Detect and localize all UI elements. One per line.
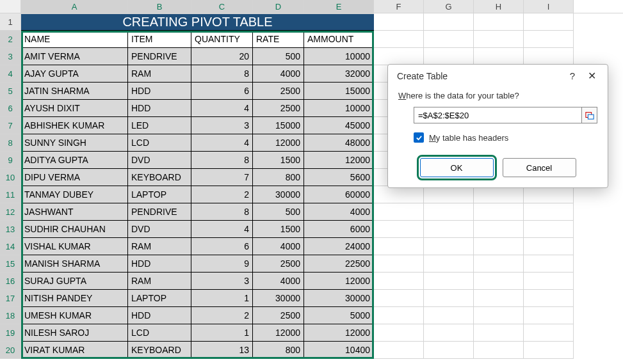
cell-qty[interactable]: 9 xyxy=(191,255,253,273)
cell-empty[interactable] xyxy=(474,255,524,273)
cell-empty[interactable] xyxy=(424,342,474,359)
cell-empty[interactable] xyxy=(374,31,424,48)
cell-qty[interactable]: 7 xyxy=(191,169,253,186)
row-header-14[interactable]: 14 xyxy=(0,238,21,255)
row-header-15[interactable]: 15 xyxy=(0,255,21,273)
header-name[interactable]: NAME xyxy=(21,31,128,48)
cell-item[interactable]: PENDRIVE xyxy=(128,48,191,65)
cell-amount[interactable]: 4000 xyxy=(304,203,374,221)
cell-rate[interactable]: 1500 xyxy=(253,152,304,169)
cell-empty[interactable] xyxy=(374,290,424,307)
cell-rate[interactable]: 2500 xyxy=(253,307,304,324)
cell-amount[interactable]: 12000 xyxy=(304,273,374,290)
cell-name[interactable]: AJAY GUPTA xyxy=(21,65,128,83)
cell-name[interactable]: VIRAT KUMAR xyxy=(21,342,128,359)
row-header-10[interactable]: 10 xyxy=(0,169,21,186)
cell-item[interactable]: KEYBOARD xyxy=(128,342,191,359)
cell-empty[interactable] xyxy=(524,307,574,324)
cell-empty[interactable] xyxy=(424,186,474,203)
cell-amount[interactable]: 12000 xyxy=(304,324,374,342)
cell-amount[interactable]: 15000 xyxy=(304,83,374,100)
cell-item[interactable]: HDD xyxy=(128,100,191,117)
cell-amount[interactable]: 5600 xyxy=(304,169,374,186)
cell-empty[interactable] xyxy=(474,290,524,307)
row-header-12[interactable]: 12 xyxy=(0,203,21,221)
cell-empty[interactable] xyxy=(474,48,524,65)
cell-rate[interactable]: 12000 xyxy=(253,324,304,342)
cell-rate[interactable]: 30000 xyxy=(253,186,304,203)
cell-qty[interactable]: 3 xyxy=(191,273,253,290)
cell-name[interactable]: NITISH PANDEY xyxy=(21,290,128,307)
col-header-i[interactable]: I xyxy=(524,0,574,13)
cell-item[interactable]: DVD xyxy=(128,152,191,169)
header-quantity[interactable]: QUANTITY xyxy=(191,31,253,48)
cell-item[interactable]: LCD xyxy=(128,324,191,342)
cell-empty[interactable] xyxy=(374,48,424,65)
cell-item[interactable]: RAM xyxy=(128,65,191,83)
cell-empty[interactable] xyxy=(424,324,474,342)
cell-empty[interactable] xyxy=(374,186,424,203)
cell-empty[interactable] xyxy=(374,273,424,290)
header-item[interactable]: ITEM xyxy=(128,31,191,48)
cell-empty[interactable] xyxy=(424,290,474,307)
cell-empty[interactable] xyxy=(474,307,524,324)
cell-empty[interactable] xyxy=(374,13,424,31)
row-header-20[interactable]: 20 xyxy=(0,342,21,359)
cell-empty[interactable] xyxy=(374,238,424,255)
cell-empty[interactable] xyxy=(524,203,574,221)
cell-empty[interactable] xyxy=(524,273,574,290)
cell-name[interactable]: SUDHIR CHAUHAN xyxy=(21,221,128,238)
cell-empty[interactable] xyxy=(424,31,474,48)
dialog-titlebar[interactable]: Create Table ? ✕ xyxy=(388,65,608,84)
cell-rate[interactable]: 15000 xyxy=(253,117,304,134)
cell-name[interactable]: MANISH SHARMA xyxy=(21,255,128,273)
col-header-g[interactable]: G xyxy=(424,0,474,13)
range-input[interactable] xyxy=(414,107,582,123)
cell-rate[interactable]: 30000 xyxy=(253,290,304,307)
cell-empty[interactable] xyxy=(424,48,474,65)
cell-name[interactable]: AMIT VERMA xyxy=(21,48,128,65)
cell-rate[interactable]: 4000 xyxy=(253,238,304,255)
cell-amount[interactable]: 30000 xyxy=(304,290,374,307)
row-header-3[interactable]: 3 xyxy=(0,48,21,65)
cell-empty[interactable] xyxy=(374,307,424,324)
cell-rate[interactable]: 2500 xyxy=(253,255,304,273)
row-header-19[interactable]: 19 xyxy=(0,324,21,342)
title-cell[interactable]: CREATING PIVOT TABLE xyxy=(21,13,374,31)
cell-name[interactable]: ABHISHEK KUMAR xyxy=(21,117,128,134)
cell-amount[interactable]: 22500 xyxy=(304,255,374,273)
cell-empty[interactable] xyxy=(524,221,574,238)
cell-amount[interactable]: 12000 xyxy=(304,152,374,169)
cell-qty[interactable]: 2 xyxy=(191,307,253,324)
cell-name[interactable]: SURAJ GUPTA xyxy=(21,273,128,290)
cell-rate[interactable]: 4000 xyxy=(253,65,304,83)
cell-item[interactable]: RAM xyxy=(128,238,191,255)
cell-name[interactable]: NILESH SAROJ xyxy=(21,324,128,342)
cell-name[interactable]: UMESH KUMAR xyxy=(21,307,128,324)
row-header-18[interactable]: 18 xyxy=(0,307,21,324)
cell-amount[interactable]: 32000 xyxy=(304,65,374,83)
cell-name[interactable]: TANMAY DUBEY xyxy=(21,186,128,203)
cell-empty[interactable] xyxy=(424,13,474,31)
row-header-6[interactable]: 6 xyxy=(0,100,21,117)
cell-item[interactable]: PENDRIVE xyxy=(128,203,191,221)
cell-empty[interactable] xyxy=(474,203,524,221)
cell-empty[interactable] xyxy=(474,31,524,48)
close-button[interactable]: ✕ xyxy=(582,70,601,82)
cell-name[interactable]: ADITYA GUPTA xyxy=(21,152,128,169)
header-rate[interactable]: RATE xyxy=(253,31,304,48)
cell-item[interactable]: HDD xyxy=(128,307,191,324)
cell-name[interactable]: JASHWANT xyxy=(21,203,128,221)
cell-empty[interactable] xyxy=(424,273,474,290)
cell-empty[interactable] xyxy=(474,324,524,342)
row-header-7[interactable]: 7 xyxy=(0,117,21,134)
col-header-d[interactable]: D xyxy=(253,0,304,13)
cell-empty[interactable] xyxy=(474,342,524,359)
cell-amount[interactable]: 6000 xyxy=(304,221,374,238)
cell-empty[interactable] xyxy=(374,203,424,221)
cell-amount[interactable]: 5000 xyxy=(304,307,374,324)
cell-amount[interactable]: 60000 xyxy=(304,186,374,203)
cell-empty[interactable] xyxy=(524,290,574,307)
cell-name[interactable]: AYUSH DIXIT xyxy=(21,100,128,117)
cell-empty[interactable] xyxy=(524,324,574,342)
